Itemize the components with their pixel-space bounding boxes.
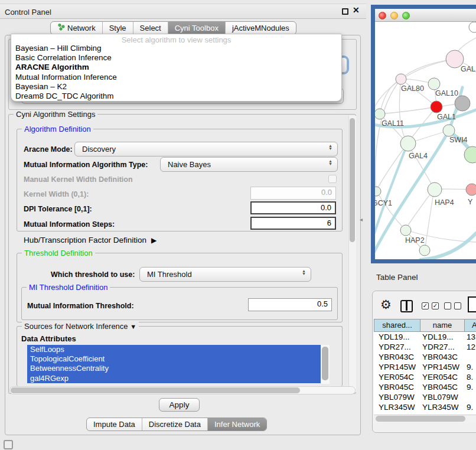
app-root: Control Panel ✕ NetworkStyleSelectCyni T… [0, 0, 476, 450]
dropdown-item[interactable]: Dream8 DC_TDC Algorithm [11, 92, 341, 101]
settings-horizontal-scrollbar-thumb[interactable] [11, 387, 300, 393]
network-node-gal1[interactable] [431, 101, 442, 113]
manual-kernel-label: Manual Kernel Width Definition [24, 175, 133, 184]
minimize-traffic-light-icon[interactable] [390, 12, 398, 19]
tab-infer-network[interactable]: Infer Network [207, 418, 266, 431]
mi-type-combobox[interactable]: Naive Bayes ▴▾ [160, 157, 338, 172]
close-icon[interactable]: ✕ [353, 5, 360, 15]
combo-stepper-icon: ▴▾ [328, 144, 333, 150]
aracne-mode-combobox[interactable]: Discovery ▴▾ [74, 142, 338, 156]
cyni-bottom-tabs: Impute DataDiscretize DataInfer Network [86, 418, 267, 431]
kernel-width-label: Kernel Width (0,1): [24, 190, 89, 198]
select-all-checkboxes-icon[interactable]: ✓✓ [422, 302, 439, 309]
network-node-hap2[interactable] [400, 225, 411, 236]
node-label: SWI4 [449, 136, 468, 144]
tab-select[interactable]: Select [133, 22, 168, 34]
network-node[interactable] [469, 22, 476, 32]
tab-style[interactable]: Style [102, 22, 133, 34]
sources-group-title[interactable]: Sources for Network Inference ▼ [22, 322, 139, 331]
mi-threshold-group-title: MI Threshold Definition [27, 283, 110, 292]
float-window-icon[interactable] [342, 8, 348, 15]
which-threshold-combobox[interactable]: MI Threshold ▴▾ [139, 267, 311, 282]
hub-definition-expander[interactable]: Hub/Transcription Factor Definition▶ [24, 236, 157, 244]
table-rows: YDL19...YDL19...13YDR27...YDR27...12YBR0… [374, 332, 476, 415]
apply-button[interactable]: Apply [159, 398, 200, 412]
node-label: HAP4 [435, 198, 454, 207]
deselect-all-checkboxes-icon[interactable] [444, 302, 461, 309]
network-node-y[interactable] [466, 184, 476, 195]
panel-splitter-collapse-icon[interactable]: ◂ [360, 216, 363, 223]
dropdown-item[interactable]: ARACNE Algorithm [11, 63, 341, 72]
column-header-name[interactable]: name [420, 319, 465, 332]
tab-impute-data[interactable]: Impute Data [87, 418, 142, 431]
zoom-traffic-light-icon[interactable] [402, 12, 410, 19]
network-canvas[interactable]: GALGAL80GAL10GAL1GAL11SWI4GAL4GCY1HAP4YH… [375, 22, 476, 259]
attribute-list-item[interactable]: SelfLoops [27, 345, 330, 354]
hub-definition-label: Hub/Transcription Factor Definition [24, 236, 146, 244]
dropdown-items: Bayesian – Hill ClimbingBasic Correlatio… [11, 44, 341, 101]
node-label: GAL11 [382, 119, 404, 128]
attribute-list-item[interactable]: gal4RGexp [27, 374, 330, 383]
gear-icon[interactable]: ⚙ [380, 298, 392, 312]
control-panel-tabs: NetworkStyleSelectCyni ToolboxjActiveMNo… [50, 21, 296, 35]
mi-type-label: Mutual Information Algorithm Type: [24, 161, 148, 169]
kernel-width-field[interactable]: 0.0 [250, 187, 336, 200]
column-header-clipped[interactable]: A [464, 319, 476, 332]
table-row[interactable]: YBR045CYBR045C9. [374, 382, 476, 392]
table-row[interactable]: YBR043CYBR043C [374, 352, 476, 362]
table-row[interactable]: YER054CYER054C8. [374, 372, 476, 382]
settings-vertical-scrollbar-thumb[interactable] [350, 118, 355, 242]
dpi-tolerance-field[interactable]: 0.0 [250, 201, 336, 214]
dropdown-item[interactable]: Mutual Information Inference [11, 73, 341, 82]
network-node[interactable] [455, 96, 470, 111]
dropdown-placeholder: Select algorithm to view settings [11, 34, 341, 44]
attribute-list-item[interactable]: BetweennessCentrality [27, 364, 330, 373]
network-node-gal11[interactable] [375, 109, 385, 119]
restore-panel-icon[interactable] [4, 440, 13, 449]
dropdown-item[interactable]: Bayesian – Hill Climbing [11, 44, 341, 53]
mi-threshold-field[interactable]: 0.5 [248, 298, 332, 311]
algorithm-dropdown-list: Select algorithm to view settings Bayesi… [11, 34, 342, 102]
network-node-gal80[interactable] [396, 74, 406, 84]
combo-stepper-icon: ▴▾ [301, 269, 307, 275]
table-row[interactable]: YDR27...YDR27...12 [374, 342, 476, 352]
table-row[interactable]: YBL079WYBL079W [374, 392, 476, 402]
network-node-gal4[interactable] [400, 136, 416, 151]
dpi-tolerance-label: DPI Tolerance [0,1]: [24, 205, 92, 213]
node-label: Y [468, 198, 473, 206]
export-table-icon[interactable] [468, 296, 476, 312]
table-row[interactable]: YLR345WYLR345W9. [374, 402, 476, 412]
table-row[interactable]: YPR145WYPR145W9. [374, 362, 476, 372]
network-node[interactable] [464, 146, 476, 163]
network-node-gal10[interactable] [428, 78, 440, 90]
mi-steps-label: Mutual Information Steps: [24, 220, 115, 229]
attribute-list-item[interactable]: TopologicalCoefficient [27, 354, 330, 364]
which-threshold-value: MI Threshold [147, 270, 192, 279]
tab-cyni-toolbox[interactable]: Cyni Toolbox [168, 22, 225, 34]
column-header-shared-name[interactable]: shared... [374, 319, 420, 332]
table-row[interactable]: YDL19...YDL19...13 [374, 332, 476, 342]
network-node-gcy1[interactable] [375, 187, 381, 196]
tab-network[interactable]: Network [51, 22, 102, 34]
dropdown-item[interactable]: Bayesian – K2 [11, 82, 341, 92]
attr-list-scrollbar-thumb[interactable] [322, 347, 328, 380]
network-node[interactable] [419, 245, 430, 256]
algorithm-definition-title: Algorithm Definition [22, 125, 93, 133]
show-columns-icon[interactable] [400, 300, 413, 312]
network-node-swi4[interactable] [443, 125, 455, 136]
mi-type-value: Naive Bayes [168, 160, 211, 169]
threshold-definition-title: Threshold Definition [22, 249, 95, 257]
dropdown-item[interactable]: Basic Correlation Inference [11, 53, 341, 63]
close-traffic-light-icon[interactable] [379, 12, 386, 19]
node-label: GAL1 [437, 113, 456, 121]
mi-threshold-label: Mutual Information Threshold: [27, 302, 134, 310]
network-node-hap4[interactable] [428, 182, 442, 197]
manual-kernel-checkbox[interactable] [328, 175, 337, 183]
tab-jactivemnodules[interactable]: jActiveMNodules [225, 22, 296, 34]
tab-discretize-data[interactable]: Discretize Data [142, 418, 207, 431]
table-horizontal-scrollbar-thumb[interactable] [376, 416, 465, 422]
mi-steps-field[interactable]: 6 [250, 217, 336, 230]
node-label: GAL [461, 65, 475, 73]
node-label: GAL80 [401, 84, 424, 93]
cyni-settings-title: Cyni Algorithm Settings [14, 110, 97, 119]
